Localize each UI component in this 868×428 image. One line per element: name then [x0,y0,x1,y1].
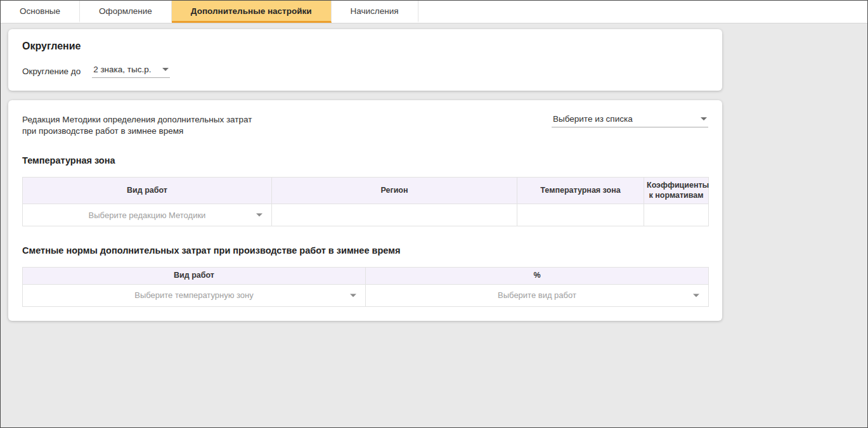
column-header-coefficients: Коэффициенты к нормативам [644,178,709,204]
chevron-down-icon [350,294,356,297]
methodology-row: Редакция Методики определения дополнител… [22,114,708,136]
rounding-card: Округление Округление до 2 знака, тыс.р. [8,29,722,91]
tab-oformlenie[interactable]: Оформление [80,1,172,23]
temperature-zone-select[interactable]: Выберите температурную зону [23,284,366,306]
methodology-edition-placeholder: Выберите редакцию Методики [89,211,206,220]
methodology-dropdown[interactable]: Выберите из списка [552,114,708,127]
content-area: Округление Округление до 2 знака, тыс.р.… [1,23,867,327]
rounding-precision-value: 2 знака, тыс.р. [93,65,151,74]
column-header-temperature-zone: Температурная зона [517,178,644,204]
rounding-precision-dropdown[interactable]: 2 знака, тыс.р. [92,65,170,78]
methodology-label: Редакция Методики определения дополнител… [22,114,252,136]
table-row: Выберите редакцию Методики [23,204,709,226]
chevron-down-icon [162,68,169,71]
rounding-title: Округление [22,41,708,52]
tab-bar: Основные Оформление Дополнительные настр… [1,1,867,23]
temperature-zone-title: Температурная зона [22,155,708,165]
methodology-dropdown-value: Выберите из списка [553,114,633,124]
rounding-field-row: Округление до 2 знака, тыс.р. [22,65,708,78]
column-header-region: Регион [272,178,517,204]
tab-osnovnye[interactable]: Основные [1,1,80,23]
table-row: Выберите температурную зону Выберите вид… [23,284,709,306]
rounding-label: Округление до [22,67,81,76]
chevron-down-icon [256,214,262,217]
work-type-select[interactable]: Выберите вид работ [366,284,709,306]
methodology-label-line2: при производстве работ в зимнее время [22,126,252,137]
methodology-label-line1: Редакция Методики определения дополнител… [22,114,252,126]
window: Основные Оформление Дополнительные настр… [1,1,867,327]
winter-norms-title: Сметные нормы дополнительных затрат при … [22,245,708,256]
chevron-down-icon [693,294,699,297]
column-header-work-type: Вид работ [23,178,272,204]
tab-dopolnitelnye-nastroyki[interactable]: Дополнительные настройки [172,1,332,23]
temperature-zone-cell-empty [517,204,644,226]
temperature-zone-table: Вид работ Регион Температурная зона Коэф… [22,177,709,226]
winter-norms-header-row: Вид работ % [23,268,709,285]
temperature-zone-header-row: Вид работ Регион Температурная зона Коэф… [23,178,709,204]
region-cell-empty [272,204,517,226]
column-header-work-type: Вид работ [23,268,366,285]
work-type-placeholder: Выберите вид работ [498,290,576,300]
column-header-percent: % [366,268,709,285]
chevron-down-icon [701,117,707,120]
winter-settings-card: Редакция Методики определения дополнител… [8,100,722,321]
coefficients-cell-empty [644,204,709,226]
winter-norms-table: Вид работ % Выберите температурную зону … [22,267,709,307]
temperature-zone-placeholder: Выберите температурную зону [134,290,254,300]
methodology-edition-select[interactable]: Выберите редакцию Методики [23,204,272,226]
tab-nachisleniya[interactable]: Начисления [332,1,418,23]
